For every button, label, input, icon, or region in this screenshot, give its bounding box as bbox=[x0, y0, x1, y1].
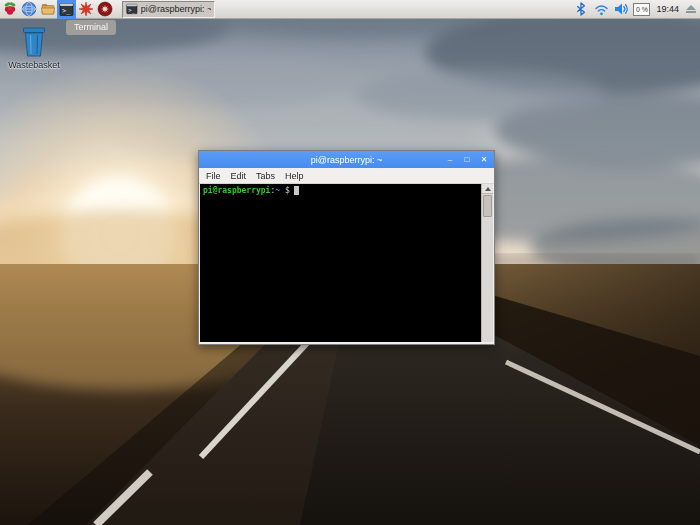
taskbar-window-button-label: pi@raspberrypi: ~ bbox=[141, 4, 211, 14]
minimize-button[interactable]: – bbox=[445, 151, 455, 168]
cpu-usage-monitor[interactable]: 0 % bbox=[633, 3, 650, 16]
close-button[interactable]: ✕ bbox=[479, 151, 489, 168]
svg-text:>_: >_ bbox=[128, 7, 135, 14]
mathematica-button[interactable] bbox=[76, 0, 95, 19]
wifi-icon bbox=[594, 3, 609, 16]
volume-icon bbox=[614, 2, 629, 16]
arrow-up-icon bbox=[485, 187, 491, 191]
terminal-icon: >_ bbox=[59, 2, 74, 17]
prompt-user-host: pi@raspberrypi bbox=[203, 186, 270, 195]
menu-edit[interactable]: Edit bbox=[226, 171, 252, 181]
launch-bar: >_ bbox=[0, 0, 114, 19]
raspberry-icon bbox=[2, 1, 18, 17]
terminal-titlebar[interactable]: pi@raspberrypi: ~ – □ ✕ bbox=[199, 151, 494, 168]
wastebasket-icon bbox=[20, 26, 48, 58]
taskbar-window-button[interactable]: >_ pi@raspberrypi: ~ bbox=[122, 1, 215, 18]
scroll-up-button[interactable] bbox=[482, 184, 493, 194]
wastebasket-label: Wastebasket bbox=[8, 60, 60, 70]
terminal-window: pi@raspberrypi: ~ – □ ✕ File Edit Tabs H… bbox=[198, 150, 495, 345]
globe-icon bbox=[21, 1, 37, 17]
eject-icon bbox=[686, 5, 696, 10]
terminal-scrollbar[interactable] bbox=[481, 184, 493, 342]
terminal-body: pi@raspberrypi:~ $ bbox=[200, 184, 493, 342]
volume-button[interactable] bbox=[613, 1, 629, 17]
prompt-symbol: $ bbox=[280, 186, 290, 195]
wolfram-icon bbox=[97, 1, 113, 17]
terminal-cursor bbox=[294, 186, 299, 195]
menu-button[interactable] bbox=[0, 0, 19, 19]
terminal-launcher-button[interactable]: >_ bbox=[57, 0, 76, 19]
eject-button[interactable] bbox=[685, 5, 697, 13]
window-controls: – □ ✕ bbox=[445, 151, 489, 168]
clock[interactable]: 19:44 bbox=[654, 4, 681, 14]
terminal-tooltip: Terminal bbox=[66, 20, 116, 35]
bluetooth-icon bbox=[575, 2, 587, 16]
terminal-icon: >_ bbox=[126, 3, 138, 15]
scrollbar-thumb[interactable] bbox=[483, 195, 492, 217]
eject-icon-bar bbox=[686, 11, 696, 13]
wifi-button[interactable] bbox=[593, 1, 609, 17]
file-manager-button[interactable] bbox=[38, 0, 57, 19]
bluetooth-button[interactable] bbox=[573, 1, 589, 17]
browser-button[interactable] bbox=[19, 0, 38, 19]
window-title: pi@raspberrypi: ~ bbox=[311, 155, 382, 165]
system-tray: 0 % 19:44 bbox=[573, 0, 700, 19]
menu-tabs[interactable]: Tabs bbox=[251, 171, 280, 181]
wolfram-button[interactable] bbox=[95, 0, 114, 19]
folder-icon bbox=[40, 1, 56, 17]
wastebasket-desktop-icon[interactable]: Wastebasket bbox=[6, 26, 62, 70]
taskbar: >_ >_ pi@raspberrypi: ~ bbox=[0, 0, 700, 19]
terminal-menubar: File Edit Tabs Help bbox=[199, 168, 494, 184]
terminal-screen[interactable]: pi@raspberrypi:~ $ bbox=[200, 184, 481, 342]
menu-file[interactable]: File bbox=[199, 171, 226, 181]
svg-text:>_: >_ bbox=[62, 7, 71, 15]
menu-help[interactable]: Help bbox=[280, 171, 309, 181]
spikey-icon bbox=[78, 1, 94, 17]
maximize-button[interactable]: □ bbox=[462, 151, 472, 168]
